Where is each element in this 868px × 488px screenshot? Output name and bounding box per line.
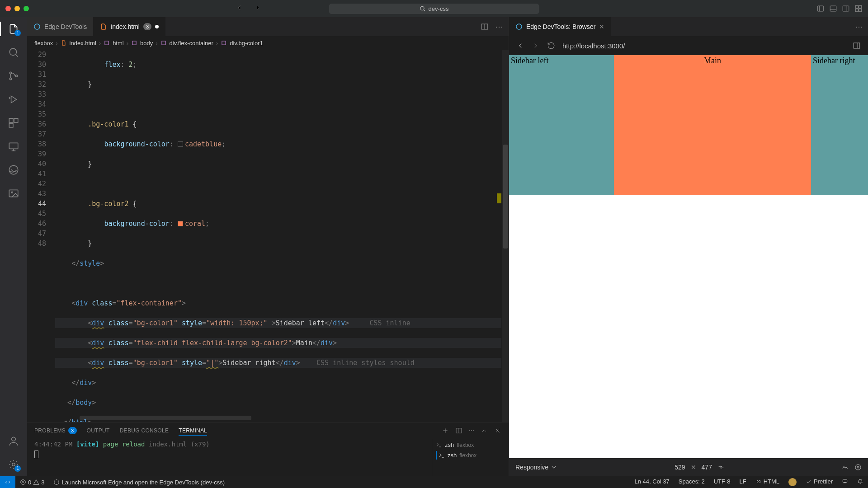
panel-tab-terminal[interactable]: TERMINAL (179, 427, 207, 436)
browser-back-icon[interactable] (516, 42, 524, 50)
status-position[interactable]: Ln 44, Col 37 (630, 478, 674, 485)
tab-index-html[interactable]: index.html 3 (94, 17, 165, 36)
svg-point-20 (12, 463, 15, 466)
settings-badge: 1 (14, 465, 21, 472)
breadcrumb-item[interactable]: body (140, 40, 153, 47)
svg-rect-23 (105, 41, 108, 45)
close-window-icon[interactable] (5, 6, 11, 11)
command-center[interactable]: dev-css (329, 4, 539, 14)
more-actions-icon[interactable]: ⋯ (495, 22, 503, 32)
panel-right-icon[interactable] (842, 5, 850, 13)
horizontal-scrollbar[interactable] (80, 416, 251, 420)
close-tab-icon[interactable]: ✕ (599, 23, 604, 30)
panel-bottom-icon[interactable] (829, 5, 837, 13)
viewport-height[interactable]: 477 (702, 464, 712, 471)
svg-rect-12 (9, 118, 13, 122)
explorer-icon[interactable]: 1 (7, 23, 20, 35)
breadcrumb-item[interactable]: flexbox (34, 40, 53, 47)
browser-toolbar: http://localhost:3000/ (509, 36, 868, 55)
status-spaces[interactable]: Spaces: 2 (674, 478, 709, 485)
maximize-panel-icon[interactable] (481, 427, 488, 434)
source-control-icon[interactable] (7, 70, 20, 82)
search-icon[interactable] (7, 46, 20, 59)
terminal-output[interactable]: 4:44:42 PM [vite] page reload index.html… (27, 439, 432, 476)
status-eol[interactable]: LF (735, 478, 751, 485)
minimize-window-icon[interactable] (14, 6, 20, 11)
tab-label: Edge DevTools: Browser (526, 23, 595, 30)
run-debug-icon[interactable] (7, 93, 20, 106)
breadcrumb-item[interactable]: div.bg-color1 (230, 40, 263, 47)
preview-sidebar-right: Sidebar right (811, 55, 868, 195)
svg-point-21 (34, 24, 40, 29)
layout-grid-icon[interactable] (854, 5, 863, 13)
breadcrumb-item[interactable]: div.flex-container (170, 40, 213, 47)
settings-gear-icon[interactable]: 1 (7, 458, 20, 471)
more-actions-icon[interactable]: ⋯ (855, 23, 863, 31)
panel-tab-output[interactable]: OUTPUT (87, 427, 110, 434)
panel-tab-debug-console[interactable]: DEBUG CONSOLE (120, 427, 169, 434)
breadcrumb-item[interactable]: html (113, 40, 124, 47)
reload-icon[interactable] (547, 42, 555, 50)
account-icon[interactable] (7, 435, 20, 447)
svg-rect-26 (222, 41, 226, 45)
new-terminal-icon[interactable] (442, 427, 449, 434)
traffic-lights (5, 6, 29, 11)
back-button[interactable] (235, 4, 243, 14)
svg-point-18 (11, 192, 13, 193)
breadcrumb[interactable]: flexbox› index.html› html› body› div.fle… (27, 36, 509, 50)
status-feedback-icon[interactable] (837, 478, 853, 484)
svg-rect-13 (14, 118, 18, 122)
status-errors[interactable]: 0 3 (15, 476, 49, 488)
bottom-panel: PROBLEMS3 OUTPUT DEBUG CONSOLE TERMINAL … (27, 422, 509, 476)
browser-viewport[interactable]: Sidebar left Main Sidebar right (509, 55, 868, 458)
remote-explorer-icon[interactable] (7, 140, 20, 153)
svg-rect-1 (817, 6, 824, 11)
viewport-width[interactable]: 529 (675, 464, 685, 471)
edge-tools-icon[interactable] (7, 164, 20, 176)
close-panel-icon[interactable] (494, 427, 501, 434)
zoom-window-icon[interactable] (24, 6, 29, 11)
url-bar[interactable]: http://localhost:3000/ (562, 42, 845, 50)
code-content[interactable]: flex: 2; } .bg-color1 { background-color… (53, 50, 501, 422)
status-bell-icon[interactable] (853, 478, 868, 484)
split-editor-icon[interactable] (481, 23, 489, 31)
status-encoding[interactable]: UTF-8 (709, 478, 735, 485)
svg-point-31 (855, 465, 861, 470)
device-select[interactable]: Responsive (515, 464, 557, 471)
tab-label: index.html (111, 23, 140, 30)
svg-rect-3 (843, 6, 849, 11)
minimap[interactable] (502, 50, 509, 422)
status-language[interactable]: HTML (751, 478, 784, 485)
svg-rect-7 (859, 9, 862, 12)
status-prettier[interactable]: Prettier (801, 478, 837, 485)
status-bar: 0 3 Launch Microsoft Edge and open the E… (0, 476, 868, 488)
open-devtools-icon[interactable] (853, 42, 861, 50)
svg-rect-6 (855, 9, 858, 12)
extensions-icon[interactable] (7, 117, 20, 129)
split-terminal-icon[interactable] (455, 427, 462, 434)
tab-problem-badge: 3 (143, 23, 151, 30)
terminal-entry[interactable]: zsh flexbox (436, 451, 505, 460)
breadcrumb-item[interactable]: index.html (70, 40, 96, 47)
activity-bar: 1 1 (0, 17, 27, 476)
panel-tab-problems[interactable]: PROBLEMS3 (34, 427, 77, 434)
panel-left-icon[interactable] (816, 5, 825, 13)
svg-point-10 (9, 78, 11, 80)
tab-label: Edge DevTools (44, 23, 87, 30)
layout-controls (816, 5, 863, 13)
device-settings-icon[interactable] (854, 464, 862, 471)
gallery-icon[interactable] (7, 187, 20, 200)
status-user[interactable] (784, 478, 801, 486)
svg-rect-29 (854, 43, 860, 48)
status-launch[interactable]: Launch Microsoft Edge and open the Edge … (49, 476, 229, 488)
code-editor[interactable]: 2930313233343536373839404142434445464748… (27, 50, 509, 422)
screenshot-icon[interactable] (842, 464, 849, 471)
terminal-entry[interactable]: zsh flexbox (436, 441, 505, 449)
rotate-icon[interactable] (717, 464, 725, 471)
terminal-more-icon[interactable]: ⋯ (469, 427, 474, 434)
tab-devtools-browser[interactable]: Edge DevTools: Browser ✕ (509, 17, 611, 36)
dimension-separator: ✕ (691, 464, 696, 471)
svg-point-0 (420, 6, 424, 10)
remote-indicator[interactable] (0, 476, 15, 488)
tab-edge-devtools[interactable]: Edge DevTools (27, 17, 94, 36)
